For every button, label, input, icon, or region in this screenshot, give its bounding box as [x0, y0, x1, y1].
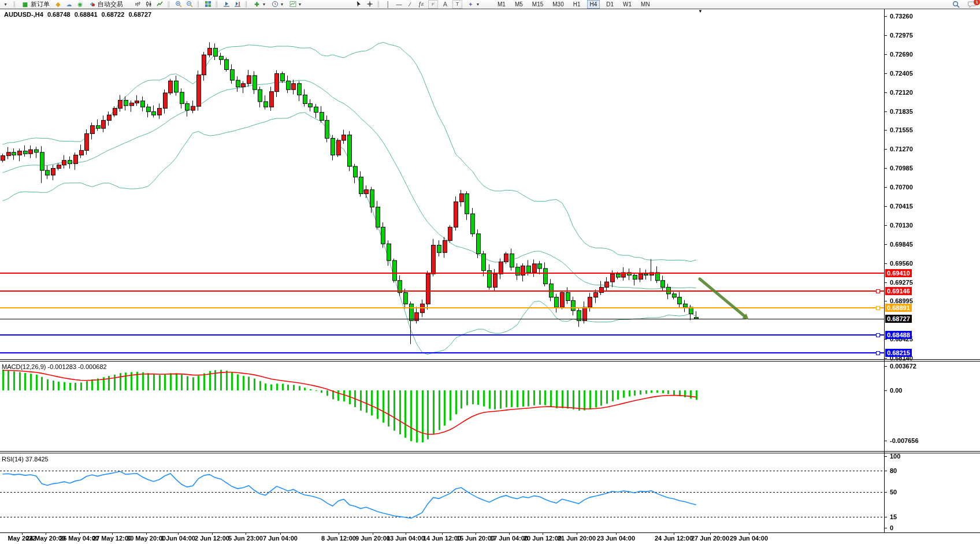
timeframe-w1[interactable]: W1 [620, 0, 634, 9]
periods-button[interactable]: ▾ [270, 1, 284, 8]
zoom-in-icon[interactable] [175, 1, 182, 8]
toolbar-separator [217, 1, 217, 8]
indicators-button[interactable]: ✚▾ [252, 1, 266, 8]
symbol-period: AUDUSD-,H4 [4, 11, 43, 18]
mt4-trading-terminal: ▾ ▦ 新订单 ◆ ☁ ◉ ❖ 自动交易 [0, 0, 980, 544]
timeframe-h4[interactable]: H4 [587, 0, 600, 9]
ohlc-low: 0.68722 [102, 11, 125, 18]
timeframe-h1[interactable]: H1 [570, 0, 584, 9]
new-order-label: 新订单 [31, 0, 50, 9]
label-icon[interactable]: T [452, 0, 462, 9]
fibonacci-icon[interactable]: ƒE [417, 1, 425, 8]
auto-trading-button[interactable]: ❖ 自动交易 [87, 0, 124, 9]
bar-chart-icon[interactable] [134, 1, 142, 8]
periods-icon [271, 1, 279, 8]
profile-icon[interactable]: ☁ [65, 1, 73, 8]
timeframe-m5[interactable]: M5 [512, 0, 526, 9]
auto-scroll-icon[interactable] [222, 1, 230, 8]
cursor-icon[interactable] [355, 1, 362, 8]
market-watch-icon[interactable]: ◆ [54, 1, 62, 8]
zoom-out-icon[interactable] [185, 1, 193, 8]
line-chart-icon[interactable] [156, 1, 164, 8]
crosshair-icon[interactable] [366, 1, 373, 8]
indicators-icon: ✚ [253, 1, 261, 8]
main-toolbar: ▾ ▦ 新订单 ◆ ☁ ◉ ❖ 自动交易 [0, 0, 980, 9]
auto-trading-label: 自动交易 [98, 0, 123, 9]
toolbar-separator [246, 1, 247, 8]
ohlc-open: 0.68748 [47, 11, 70, 18]
toolbar-separator [14, 1, 15, 8]
signal-icon[interactable]: ◉ [76, 1, 84, 8]
text-icon[interactable]: A [441, 1, 449, 8]
shapes-icon: ✦ [467, 1, 474, 8]
toolbar-separator [378, 1, 379, 8]
search-icon[interactable] [952, 1, 960, 8]
templates-button[interactable]: ▾ [288, 1, 302, 8]
chat-badge: 1 [974, 0, 980, 5]
timeframe-m1[interactable]: M1 [495, 0, 508, 9]
new-order-button[interactable]: ▦ 新订单 [20, 0, 51, 9]
toolbar-separator [198, 1, 199, 8]
shapes-button[interactable]: ✦▾ [466, 1, 480, 8]
timeframe-mn[interactable]: MN [638, 0, 653, 9]
candlestick-chart-icon[interactable] [145, 1, 153, 8]
chat-icon[interactable]: 1 [968, 1, 977, 8]
horizontal-line-icon[interactable]: — [395, 1, 403, 8]
ohlc-high: 0.68841 [75, 11, 98, 18]
timeframe-m15[interactable]: M15 [529, 0, 546, 9]
timeframe-bar: M1M5M15M30H1H4D1W1MN [495, 0, 653, 8]
trend-line-icon[interactable]: ∕ [406, 1, 414, 8]
chart-title: AUDUSD-,H4 0.68748 0.68841 0.68722 0.687… [4, 11, 154, 18]
ohlc-close: 0.68727 [128, 11, 151, 18]
auto-trading-icon: ❖ [88, 1, 96, 8]
templates-icon [289, 1, 296, 8]
new-order-icon: ▦ [21, 1, 29, 8]
toolbar-separator [169, 1, 169, 8]
trend-arrow-annotation[interactable] [0, 0, 980, 544]
tile-windows-icon[interactable] [204, 1, 211, 8]
channel-icon[interactable]: F [428, 0, 438, 9]
timeframe-m30[interactable]: M30 [550, 0, 566, 9]
chart-shift-icon[interactable] [233, 1, 241, 8]
vertical-line-icon[interactable]: │ [384, 1, 392, 8]
timeframe-d1[interactable]: D1 [603, 0, 617, 9]
dropdown-arrow-icon[interactable]: ▾ [2, 1, 9, 8]
